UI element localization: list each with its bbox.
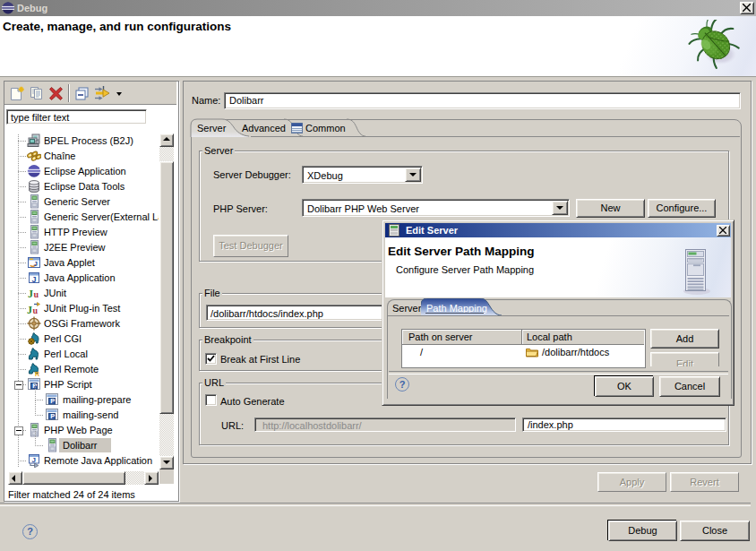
svg-text:R: R: [35, 371, 39, 377]
svg-text:J: J: [34, 260, 38, 268]
svg-text:J: J: [32, 456, 36, 464]
svg-text:P: P: [50, 412, 55, 420]
svg-text:J: J: [27, 304, 32, 315]
svg-text:J: J: [32, 275, 37, 284]
svg-text:u: u: [33, 306, 39, 315]
svg-text:P: P: [50, 397, 55, 405]
svg-text:J: J: [28, 288, 33, 300]
svg-text:u: u: [34, 289, 39, 299]
